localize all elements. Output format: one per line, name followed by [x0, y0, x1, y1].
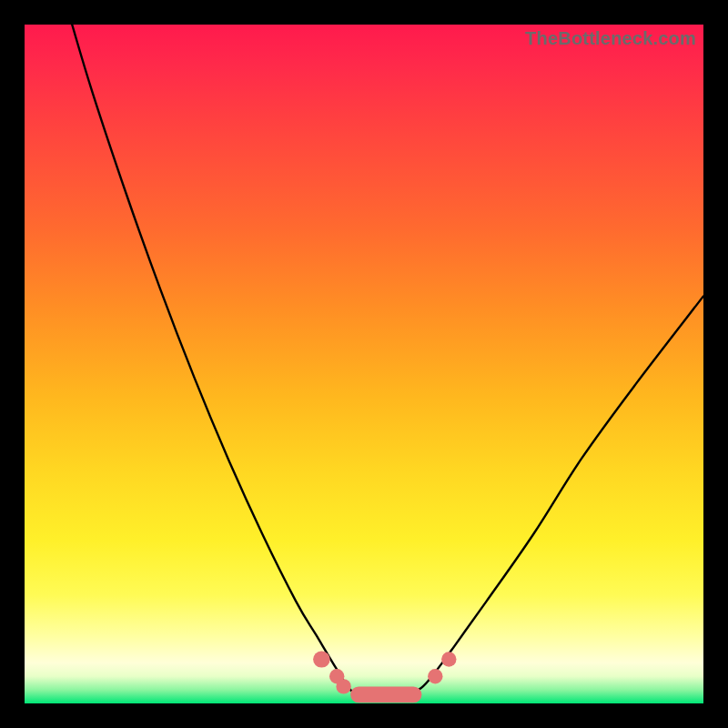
curve-path — [72, 25, 703, 697]
curve-marker — [428, 669, 442, 683]
curve-marker-pill — [313, 652, 330, 668]
curve-marker-pill — [350, 686, 421, 703]
curve-marker — [336, 679, 350, 693]
curve-marker — [441, 652, 456, 666]
watermark-text: TheBottleneck.com — [525, 28, 696, 49]
plot-area: TheBottleneck.com — [25, 25, 703, 703]
bottleneck-curve — [25, 25, 703, 703]
curve-marker — [329, 669, 344, 683]
chart-frame: TheBottleneck.com — [0, 0, 728, 728]
